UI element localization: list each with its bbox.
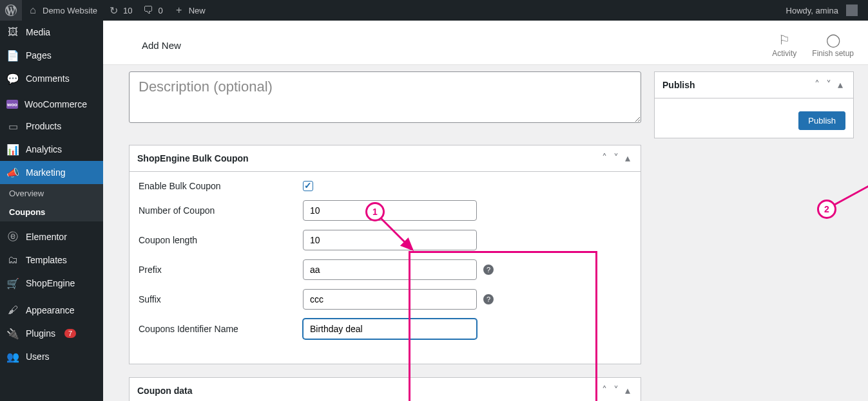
caret-up-icon: ▴	[625, 385, 630, 396]
coupon-data-header: Coupon data ˄ ˅ ▴	[130, 378, 641, 401]
new-link[interactable]: +New	[168, 0, 211, 21]
enable-bulk-checkbox[interactable]	[303, 181, 313, 191]
number-coupon-label: Number of Coupon	[139, 205, 303, 216]
circle-icon: ◯	[812, 32, 854, 48]
comment-icon: 🗨	[142, 5, 154, 16]
howdy-link[interactable]: Howdy, amina	[781, 0, 863, 21]
nav-analytics[interactable]: 📊Analytics	[0, 138, 103, 161]
chevron-down-icon: ˅	[826, 79, 831, 90]
subnav-overview[interactable]: Overview	[0, 184, 103, 203]
nav-label: ShopEngine	[26, 278, 75, 288]
site-home-link[interactable]: ⌂Demo Website	[22, 0, 102, 21]
nav-users[interactable]: 👥Users	[0, 345, 103, 368]
coupon-data-postbox: Coupon data ˄ ˅ ▴	[129, 377, 641, 401]
publish-header: Publish ˄ ˅ ▴	[655, 72, 853, 98]
toggle-panel-button[interactable]: ▴	[622, 384, 633, 397]
home-icon: ⌂	[27, 5, 39, 16]
chevron-up-icon: ˄	[815, 79, 820, 90]
main-content: Add New ⚐Activity ◯Finish setup ShopEngi…	[103, 21, 868, 401]
move-down-button[interactable]: ˅	[824, 79, 834, 91]
page-topbar: Add New ⚐Activity ◯Finish setup	[103, 21, 868, 65]
nav-label: Templates	[26, 255, 67, 265]
new-label: New	[189, 6, 206, 15]
move-up-button[interactable]: ˄	[599, 152, 610, 165]
nav-label: Pages	[26, 50, 52, 61]
nav-label: Plugins	[26, 328, 55, 339]
nav-templates[interactable]: 🗂Templates	[0, 248, 103, 272]
move-up-button[interactable]: ˄	[599, 384, 610, 397]
move-down-button[interactable]: ˅	[611, 384, 621, 397]
nav-label: Analytics	[26, 144, 62, 154]
avatar-icon	[846, 5, 858, 16]
plugins-badge: 7	[64, 329, 76, 338]
appearance-icon: 🖌	[6, 304, 19, 317]
move-up-button[interactable]: ˄	[812, 79, 822, 91]
chevron-down-icon: ˅	[613, 385, 619, 396]
nav-woocommerce[interactable]: wooWooCommerce	[0, 94, 103, 115]
templates-icon: 🗂	[6, 254, 19, 266]
toggle-panel-button[interactable]: ▴	[835, 79, 845, 91]
activity-button[interactable]: ⚐Activity	[772, 32, 796, 58]
page-title: Add New	[142, 40, 181, 51]
nav-label: Elementor	[26, 232, 67, 242]
elementor-icon: ⓔ	[6, 230, 19, 243]
nav-elementor[interactable]: ⓔElementor	[0, 225, 103, 248]
enable-bulk-label: Enable Bulk Coupon	[139, 181, 303, 191]
wordpress-icon	[5, 5, 17, 16]
pages-icon: 📄	[6, 49, 19, 62]
media-icon: 🖼	[6, 26, 19, 39]
nav-label: WooCommerce	[24, 99, 87, 109]
description-textarea[interactable]	[129, 71, 641, 123]
refresh-icon: ↻	[108, 5, 119, 16]
identifier-input[interactable]	[303, 319, 477, 339]
help-icon[interactable]: ?	[483, 294, 494, 304]
nav-pages[interactable]: 📄Pages	[0, 44, 103, 67]
bulk-coupon-title: ShopEngine Bulk Coupon	[137, 153, 249, 163]
nav-label: Products	[26, 121, 61, 131]
move-down-button[interactable]: ˅	[611, 152, 621, 165]
comments-count: 0	[158, 6, 162, 15]
toggle-panel-button[interactable]: ▴	[622, 152, 633, 165]
caret-up-icon: ▴	[838, 79, 843, 90]
subnav-coupons[interactable]: Coupons	[0, 203, 103, 221]
nav-label: Media	[26, 27, 50, 37]
nav-label: Comments	[26, 73, 70, 84]
coupon-data-title: Coupon data	[137, 386, 193, 396]
analytics-icon: 📊	[6, 143, 19, 156]
finish-label: Finish setup	[812, 49, 854, 58]
nav-media[interactable]: 🖼Media	[0, 21, 103, 44]
chevron-up-icon: ˄	[602, 385, 607, 396]
publish-title: Publish	[662, 80, 695, 90]
nav-products[interactable]: ▭Products	[0, 115, 103, 138]
coupon-length-label: Coupon length	[139, 235, 303, 245]
publish-button[interactable]: Publish	[798, 111, 845, 130]
nav-label: Marketing	[26, 167, 65, 178]
help-icon[interactable]: ?	[483, 265, 494, 275]
howdy-text: Howdy, amina	[786, 6, 838, 15]
comments-icon: 💬	[6, 72, 19, 85]
publish-postbox: Publish ˄ ˅ ▴ Publish	[654, 71, 854, 138]
nav-comments[interactable]: 💬Comments	[0, 67, 103, 90]
prefix-label: Prefix	[139, 265, 303, 275]
nav-label: Appearance	[26, 305, 75, 315]
nav-appearance[interactable]: 🖌Appearance	[0, 299, 103, 322]
nav-shopengine[interactable]: 🛒ShopEngine	[0, 272, 103, 295]
updates-count: 10	[123, 6, 132, 15]
nav-marketing[interactable]: 📣Marketing	[0, 161, 103, 184]
site-name: Demo Website	[43, 6, 97, 15]
annotation-arrow-2	[831, 160, 868, 211]
bulk-coupon-header: ShopEngine Bulk Coupon ˄ ˅ ▴	[130, 145, 641, 172]
plus-icon: +	[173, 5, 185, 16]
shopengine-icon: 🛒	[6, 277, 19, 290]
nav-plugins[interactable]: 🔌Plugins7	[0, 322, 103, 345]
products-icon: ▭	[6, 120, 19, 133]
admin-bar: ⌂Demo Website ↻10 🗨0 +New Howdy, amina	[0, 0, 868, 21]
identifier-label: Coupons Identifier Name	[139, 324, 303, 334]
finish-setup-button[interactable]: ◯Finish setup	[812, 32, 854, 58]
wp-logo[interactable]	[0, 0, 22, 21]
suffix-input[interactable]	[303, 289, 477, 310]
comments-link[interactable]: 🗨0	[137, 0, 168, 21]
suffix-label: Suffix	[139, 294, 303, 304]
marketing-icon: 📣	[6, 166, 19, 179]
updates-link[interactable]: ↻10	[102, 0, 137, 21]
